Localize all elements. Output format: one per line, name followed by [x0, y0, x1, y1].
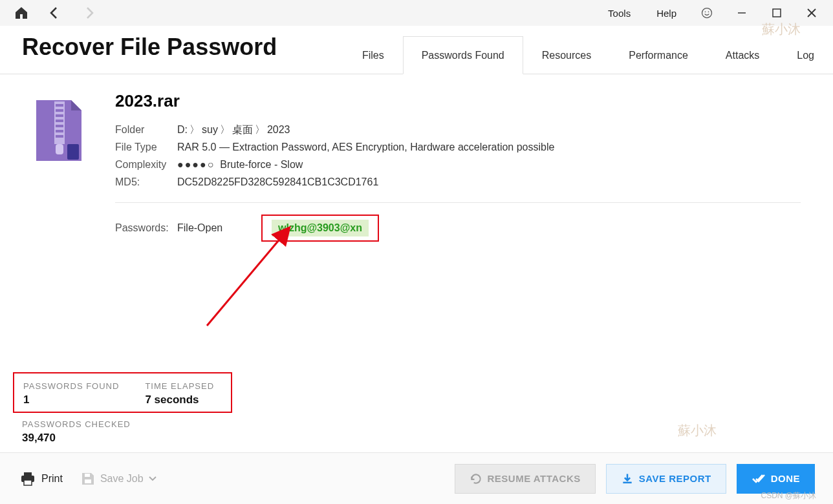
meta-filetype-label: File Type [115, 139, 177, 156]
back-icon[interactable] [47, 5, 63, 21]
password-highlight-box: wlzhg@3903@xn [261, 215, 379, 242]
stat-value: 1 [23, 394, 119, 406]
svg-point-1 [705, 12, 706, 13]
print-label: Print [41, 473, 63, 485]
done-button[interactable]: DONE [737, 464, 815, 494]
close-icon[interactable] [797, 0, 827, 26]
svg-rect-12 [56, 125, 63, 127]
tab-files[interactable]: Files [343, 36, 403, 74]
save-report-label: SAVE REPORT [639, 473, 711, 484]
password-type: File-Open [177, 222, 261, 234]
tab-attacks[interactable]: Attacks [707, 36, 778, 74]
content: 2023.rar Folder D:〉suy〉桌面〉2023 File Type… [0, 74, 833, 242]
stat-label: PASSWORDS FOUND [23, 381, 119, 391]
password-value[interactable]: wlzhg@3903@xn [272, 220, 369, 236]
password-row: Passwords: File-Open wlzhg@3903@xn [115, 215, 801, 242]
watermark-csdn: CSDN @蘇小沐 [761, 490, 816, 501]
stat-label: PASSWORDS CHECKED [22, 419, 232, 429]
svg-rect-22 [85, 474, 90, 477]
svg-rect-15 [56, 144, 63, 154]
checkmark-icon [752, 473, 766, 485]
resume-attacks-button: RESUME ATTACKS [455, 464, 596, 494]
svg-rect-10 [56, 114, 63, 117]
tab-performance[interactable]: Performance [610, 36, 707, 74]
meta-filetype: File Type RAR 5.0 — Extraction Password,… [115, 139, 801, 156]
page-title: Recover File Password [22, 34, 303, 74]
details: 2023.rar Folder D:〉suy〉桌面〉2023 File Type… [115, 91, 801, 242]
forward-icon [80, 5, 97, 21]
done-label: DONE [771, 473, 800, 484]
svg-rect-14 [56, 135, 63, 138]
save-job-button: Save Job [81, 472, 157, 486]
rar-file-icon [32, 91, 110, 242]
stat-passwords-checked: PASSWORDS CHECKED 39,470 [13, 419, 232, 445]
tab-passwords-found[interactable]: Passwords Found [403, 36, 523, 74]
passwords-label: Passwords: [115, 222, 177, 234]
breadcrumb-part: 桌面 [232, 124, 253, 135]
tab-resources[interactable]: Resources [523, 36, 610, 74]
file-name: 2023.rar [115, 91, 801, 111]
svg-rect-16 [67, 144, 79, 160]
breadcrumb-part: suy [202, 124, 218, 135]
tabs: Files Passwords Found Resources Performa… [343, 36, 833, 74]
breadcrumb-part: 2023 [267, 124, 290, 135]
complexity-dots-icon: ●●●●○ [177, 159, 215, 170]
meta-md5: MD5: DC52D8225FD328C592841CB1C3CD1761 [115, 174, 801, 191]
save-icon [81, 472, 95, 486]
svg-rect-21 [85, 479, 91, 483]
meta-md5-label: MD5: [115, 174, 177, 191]
chevron-right-icon: 〉 [189, 124, 200, 135]
svg-rect-4 [773, 9, 781, 17]
svg-rect-13 [56, 130, 63, 132]
printer-icon [19, 472, 36, 486]
svg-rect-19 [24, 472, 32, 476]
smile-icon[interactable] [692, 0, 722, 26]
stats-highlight-box: PASSWORDS FOUND 1 TIME ELAPSED 7 seconds [13, 372, 232, 413]
stat-label: TIME ELAPSED [145, 381, 214, 391]
svg-line-17 [207, 229, 288, 326]
chevron-down-icon [149, 476, 157, 481]
meta-complexity: Complexity ●●●●○Brute-force - Slow [115, 156, 801, 173]
svg-rect-9 [56, 109, 63, 112]
meta-complexity-label: Complexity [115, 156, 177, 173]
header: Recover File Password Files Passwords Fo… [0, 26, 833, 74]
minimize-icon[interactable] [727, 0, 757, 26]
save-job-label: Save Job [100, 473, 144, 485]
stat-value: 39,470 [22, 432, 232, 445]
save-report-button[interactable]: SAVE REPORT [606, 464, 726, 494]
svg-rect-11 [56, 120, 63, 122]
divider [115, 202, 801, 203]
print-button[interactable]: Print [19, 472, 63, 486]
stats: PASSWORDS FOUND 1 TIME ELAPSED 7 seconds… [13, 372, 232, 445]
bottom-bar: Print Save Job RESUME ATTACKS SAVE REPOR… [0, 452, 833, 504]
meta-filetype-value: RAR 5.0 — Extraction Password, AES Encry… [177, 139, 554, 156]
stat-passwords-found: PASSWORDS FOUND 1 [23, 381, 119, 406]
chevron-right-icon: 〉 [255, 124, 265, 135]
chevron-right-icon: 〉 [220, 124, 230, 135]
download-icon [621, 472, 634, 485]
svg-rect-20 [24, 480, 32, 485]
watermark: 蘇小沐 [678, 422, 717, 439]
meta-md5-value: DC52D8225FD328C592841CB1C3CD1761 [177, 174, 378, 191]
watermark: 蘇小沐 [762, 21, 801, 38]
home-icon[interactable] [13, 5, 30, 21]
svg-rect-7 [54, 101, 65, 144]
tab-log[interactable]: Log [778, 36, 833, 74]
menu-help[interactable]: Help [646, 4, 687, 23]
meta-folder: Folder D:〉suy〉桌面〉2023 [115, 121, 801, 138]
menu-tools[interactable]: Tools [598, 4, 641, 23]
stat-time-elapsed: TIME ELAPSED 7 seconds [145, 381, 214, 406]
title-bar: Tools Help [0, 0, 833, 26]
svg-point-0 [702, 8, 712, 18]
breadcrumb: D:〉suy〉桌面〉2023 [177, 121, 290, 138]
meta-folder-label: Folder [115, 121, 177, 138]
breadcrumb-part: D: [177, 124, 188, 135]
svg-rect-8 [56, 104, 63, 107]
nav-icons [13, 5, 97, 21]
svg-point-2 [708, 12, 709, 13]
refresh-icon [470, 472, 482, 485]
stat-value: 7 seconds [145, 394, 214, 406]
meta-complexity-value: ●●●●○Brute-force - Slow [177, 156, 303, 173]
resume-label: RESUME ATTACKS [488, 473, 581, 484]
